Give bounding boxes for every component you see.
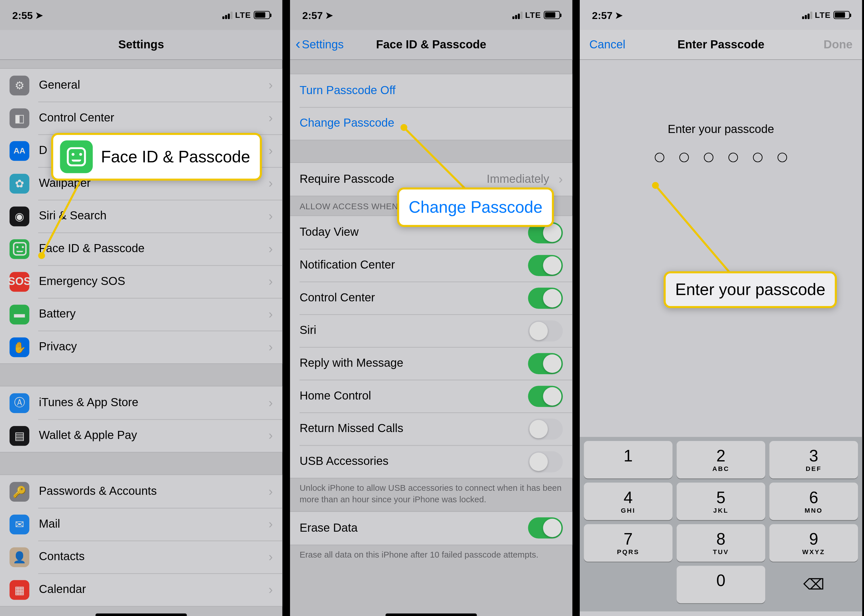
require-passcode-row[interactable]: Require Passcode Immediately › xyxy=(290,163,572,196)
settings-item-wallet[interactable]: ▤Wallet & Apple Pay› xyxy=(0,419,282,452)
navbar: ‹Settings Face ID & Passcode xyxy=(290,30,572,60)
battery-icon xyxy=(544,11,560,19)
keypad-key-9[interactable]: 9WXYZ xyxy=(770,524,858,562)
chevron-right-icon: › xyxy=(268,78,273,93)
navbar: Settings xyxy=(0,30,282,60)
gear-icon: ⚙︎ xyxy=(9,75,29,95)
clock: 2:55 xyxy=(13,9,33,21)
settings-item-control-center[interactable]: ◧Control Center› xyxy=(0,102,282,134)
chevron-right-icon: › xyxy=(268,209,273,224)
battery-settings-icon: ▬ xyxy=(9,304,29,324)
enter-passcode-screen: 2:57 ➤ LTE Cancel Enter Passcode Done En… xyxy=(580,0,862,616)
toggle[interactable] xyxy=(528,255,563,275)
chevron-right-icon: › xyxy=(268,428,273,443)
chevron-right-icon: › xyxy=(268,517,273,532)
toggle-row-today-view[interactable]: Today View xyxy=(290,216,572,249)
toggle-row-return-missed-calls[interactable]: Return Missed Calls xyxy=(290,412,572,445)
toggle-row-siri[interactable]: Siri xyxy=(290,314,572,347)
settings-item-privacy[interactable]: ✋Privacy› xyxy=(0,330,282,363)
settings-item-itunes[interactable]: ⒶiTunes & App Store› xyxy=(0,387,282,420)
flower-icon: ✿ xyxy=(9,174,29,193)
wallet-icon: ▤ xyxy=(9,426,29,446)
settings-item-battery[interactable]: ▬Battery› xyxy=(0,298,282,331)
home-indicator[interactable] xyxy=(386,613,477,616)
chevron-right-icon: › xyxy=(268,110,273,126)
settings-item-wallpaper[interactable]: ✿Wallpaper› xyxy=(0,167,282,200)
settings-item-calendar[interactable]: ▦Calendar› xyxy=(0,573,282,606)
cellular-signal-icon xyxy=(802,11,812,19)
clock: 2:57 xyxy=(302,9,323,21)
toggle-row-notification-center[interactable]: Notification Center xyxy=(290,249,572,281)
toggle[interactable] xyxy=(528,353,563,374)
keypad-key-8[interactable]: 8TUV xyxy=(677,524,765,562)
settings-item-mail[interactable]: ✉︎Mail› xyxy=(0,508,282,541)
settings-item-display[interactable]: AAD› xyxy=(0,134,282,167)
keypad-key-2[interactable]: 2ABC xyxy=(677,441,765,478)
toggle-row-reply-with-message[interactable]: Reply with Message xyxy=(290,347,572,380)
settings-item-sos[interactable]: SOSEmergency SOS› xyxy=(0,265,282,298)
battery-icon xyxy=(834,11,850,19)
navbar: Cancel Enter Passcode Done xyxy=(580,30,862,60)
keypad-key-1[interactable]: 1 xyxy=(584,441,673,478)
settings-item-passwords[interactable]: 🔑Passwords & Accounts› xyxy=(0,475,282,508)
page-title: Settings xyxy=(118,38,164,51)
erase-data-toggle[interactable] xyxy=(528,517,563,539)
erase-data-row[interactable]: Erase Data xyxy=(290,512,572,545)
chevron-right-icon: › xyxy=(559,172,563,187)
back-button[interactable]: ‹Settings xyxy=(296,38,344,52)
text-size-icon: AA xyxy=(9,141,29,160)
turn-passcode-off-button[interactable]: Turn Passcode Off xyxy=(290,74,572,107)
toggle[interactable] xyxy=(528,418,563,439)
done-button[interactable]: Done xyxy=(824,38,853,51)
chevron-right-icon: › xyxy=(268,241,273,256)
toggle[interactable] xyxy=(528,222,563,243)
hand-icon: ✋ xyxy=(9,337,29,357)
mail-icon: ✉︎ xyxy=(9,514,29,534)
change-passcode-button[interactable]: Change Passcode xyxy=(290,107,572,140)
cancel-button[interactable]: Cancel xyxy=(589,38,625,51)
location-arrow-icon: ➤ xyxy=(326,10,333,20)
network-label: LTE xyxy=(815,10,831,20)
keypad-key-0[interactable]: 0 xyxy=(677,566,765,603)
keypad-key-7[interactable]: 7PQRS xyxy=(584,524,673,562)
toggle[interactable] xyxy=(528,385,563,407)
require-value: Immediately xyxy=(487,173,549,186)
toggles-icon: ◧ xyxy=(9,108,29,128)
key-icon: 🔑 xyxy=(9,482,29,501)
cellular-signal-icon xyxy=(222,11,233,19)
toggle-row-control-center[interactable]: Control Center xyxy=(290,281,572,314)
keypad-key-6[interactable]: 6MNO xyxy=(770,483,858,520)
chevron-right-icon: › xyxy=(268,307,273,322)
chevron-left-icon: ‹ xyxy=(296,37,301,52)
contacts-icon: 👤 xyxy=(9,547,29,567)
toggle[interactable] xyxy=(528,287,563,308)
appstore-icon: Ⓐ xyxy=(9,393,29,413)
status-bar: 2:57 ➤ LTE xyxy=(580,0,862,30)
cellular-signal-icon xyxy=(512,11,522,19)
status-bar: 2:55 ➤ LTE xyxy=(0,0,282,30)
keypad-key-4[interactable]: 4GHI xyxy=(584,483,673,520)
chevron-right-icon: › xyxy=(268,274,273,289)
settings-item-general[interactable]: ⚙︎General› xyxy=(0,69,282,102)
battery-icon xyxy=(254,11,270,19)
network-label: LTE xyxy=(235,10,251,20)
settings-item-siri[interactable]: ◉Siri & Search› xyxy=(0,200,282,233)
settings-screen: 2:55 ➤ LTE Settings ⚙︎General› ◧Control … xyxy=(0,0,282,616)
toggle[interactable] xyxy=(528,451,563,472)
keypad-delete[interactable]: ⌫ xyxy=(770,566,858,603)
keypad-key-5[interactable]: 5JKL xyxy=(677,483,765,520)
chevron-right-icon: › xyxy=(268,176,273,191)
settings-item-contacts[interactable]: 👤Contacts› xyxy=(0,541,282,574)
siri-icon: ◉ xyxy=(9,206,29,226)
chevron-right-icon: › xyxy=(268,582,273,597)
keypad-key-3[interactable]: 3DEF xyxy=(770,441,858,478)
toggle[interactable] xyxy=(528,320,563,341)
toggle-row-usb-accessories[interactable]: USB Accessories xyxy=(290,445,572,478)
usb-footer: Unlock iPhone to allow USB accessories t… xyxy=(290,478,572,511)
toggle-row-home-control[interactable]: Home Control xyxy=(290,380,572,412)
settings-item-faceid[interactable]: Face ID & Passcode› xyxy=(0,232,282,265)
keypad-blank xyxy=(584,566,673,603)
home-indicator[interactable] xyxy=(96,613,187,616)
allow-access-header: ALLOW ACCESS WHEN LOCKED: xyxy=(290,196,572,215)
page-title: Enter Passcode xyxy=(677,38,764,51)
